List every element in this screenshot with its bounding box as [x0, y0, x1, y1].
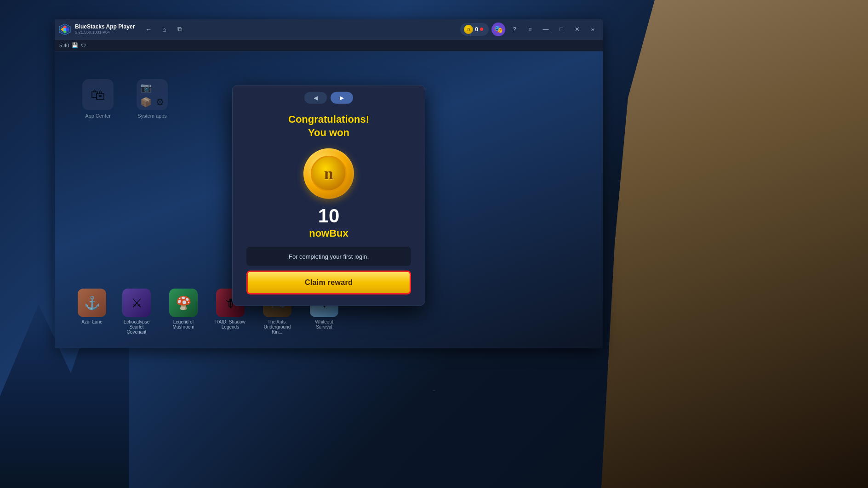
list-item[interactable]: 📷 ⚙ 📦 System apps	[137, 79, 168, 119]
list-item[interactable]: 🍄 Legend of Mushroom	[167, 289, 200, 329]
dialog-body: Congratulations! You won n 10 nowBux For…	[233, 104, 425, 306]
reward-currency: nowBux	[309, 227, 348, 239]
app-center-icon: 🛍	[82, 79, 114, 110]
bluestacks-logo	[58, 23, 71, 36]
status-bar: 5:40 💾 🛡	[55, 40, 603, 51]
avatar-button[interactable]: 🎭	[491, 23, 505, 36]
tab-2[interactable]: ▶	[331, 92, 353, 104]
reward-reason-box: For completing your first login.	[246, 247, 411, 266]
home-button[interactable]: ⌂	[158, 23, 171, 36]
svg-point-2	[63, 28, 67, 31]
status-time: 5:40	[59, 43, 69, 48]
notification-dot	[480, 28, 483, 31]
claim-reward-button[interactable]: Claim reward	[246, 271, 411, 295]
dialog-tabs: ◀ ▶	[233, 85, 425, 104]
avatar-emoji: 🎭	[494, 25, 503, 34]
maximize-button[interactable]: □	[555, 23, 568, 36]
raid-label: RAID: Shadow Legends	[214, 319, 247, 329]
title-actions: n 0 🎭 ? ≡ — □ ✕ »	[460, 23, 599, 36]
window-version: 5.21.550.1031 P64	[75, 30, 135, 35]
azur-lane-label: Azur Lane	[81, 319, 103, 324]
reward-amount: 10	[318, 206, 340, 226]
dialog-handle-right	[425, 182, 425, 209]
structure-decoration	[601, 0, 868, 488]
coin-icon: n	[464, 25, 473, 34]
list-item[interactable]: ⚔ Echocalypse Scarlet Covenant	[120, 289, 153, 335]
the-ants-label: The Ants: Underground Kin...	[261, 319, 294, 335]
app-grid: 🛍 App Center 📷 ⚙ 📦 System apps	[82, 79, 168, 119]
bluestacks-window: BlueStacks App Player 5.21.550.1031 P64 …	[55, 19, 603, 348]
dialog-handle-left	[232, 182, 233, 209]
coin-inner: n	[311, 156, 347, 192]
congrats-line2: You won	[308, 126, 349, 138]
tabs-button[interactable]: ⧉	[173, 23, 186, 36]
nav-buttons-group: ← ⌂ ⧉	[142, 23, 186, 36]
echocalypse-label: Echocalypse Scarlet Covenant	[120, 319, 153, 335]
congrats-title: Congratulations! You won	[288, 113, 369, 139]
echocalypse-icon: ⚔	[122, 289, 151, 317]
tab-1[interactable]: ◀	[304, 92, 327, 104]
close-button[interactable]: ✕	[571, 23, 583, 36]
main-content: 🛍 App Center 📷 ⚙ 📦 System apps ⚓ Azur La…	[55, 51, 603, 348]
title-bar: BlueStacks App Player 5.21.550.1031 P64 …	[55, 19, 603, 40]
coin-letter: n	[324, 164, 333, 183]
list-item[interactable]: ⚓ Azur Lane	[78, 289, 106, 324]
app-center-label: App Center	[85, 113, 111, 119]
coin-count: 0	[475, 26, 478, 33]
legend-mushroom-icon: 🍄	[169, 289, 198, 317]
coin-outer-ring: n	[303, 148, 354, 199]
menu-button[interactable]: ≡	[524, 23, 537, 36]
back-button[interactable]: ←	[142, 23, 155, 36]
minimize-button[interactable]: —	[539, 23, 552, 36]
system-apps-label: System apps	[137, 113, 167, 119]
congrats-line1: Congratulations!	[288, 113, 369, 125]
reward-dialog: ◀ ▶ Congratulations! You won n 10 nowBux	[232, 85, 425, 306]
azur-lane-icon: ⚓	[78, 289, 106, 317]
help-button[interactable]: ?	[508, 23, 521, 36]
status-shield-icon: 🛡	[81, 43, 86, 48]
window-title: BlueStacks App Player	[75, 23, 135, 30]
status-save-icon: 💾	[72, 42, 78, 48]
legend-mushroom-label: Legend of Mushroom	[167, 319, 200, 329]
list-item[interactable]: 🛍 App Center	[82, 79, 114, 119]
whiteout-label: Whiteout Survival	[308, 319, 341, 329]
window-title-group: BlueStacks App Player 5.21.550.1031 P64	[75, 23, 135, 35]
reward-reason: For completing your first login.	[289, 253, 369, 260]
coin-badge[interactable]: n 0	[460, 23, 489, 36]
system-apps-icon: 📷 ⚙ 📦	[137, 79, 168, 110]
reward-coin: n	[303, 148, 354, 199]
expand-button[interactable]: »	[586, 23, 599, 36]
